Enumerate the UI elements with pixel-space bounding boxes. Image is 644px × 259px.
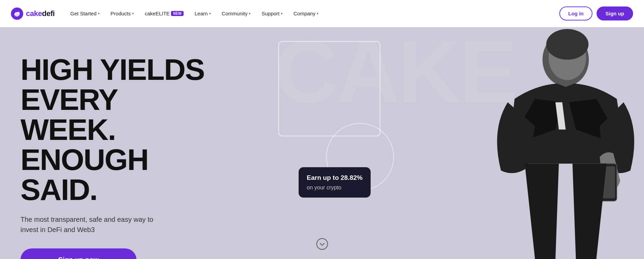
logo-text: cakedefi bbox=[26, 9, 55, 18]
scroll-indicator bbox=[316, 238, 328, 252]
chevron-down-icon: ▾ bbox=[249, 12, 251, 15]
hero-right: CAKE bbox=[258, 27, 644, 259]
new-badge: NEW bbox=[171, 11, 184, 16]
nav-item-cakeelite[interactable]: cakeELITE NEW bbox=[140, 8, 188, 19]
navbar-right: Log in Sign up bbox=[559, 6, 633, 20]
hero-left: HIGH YIELDS EVERY WEEK. ENOUGH SAID. The… bbox=[0, 27, 239, 259]
nav-item-support[interactable]: Support ▾ bbox=[257, 8, 287, 19]
logo-icon bbox=[11, 8, 23, 20]
signup-button[interactable]: Sign up bbox=[597, 6, 633, 20]
logo-link[interactable]: cakedefi bbox=[11, 8, 55, 20]
chevron-down-icon: ▾ bbox=[132, 12, 134, 15]
hero-person-image bbox=[258, 27, 644, 259]
hero-signup-button[interactable]: Sign up now bbox=[20, 248, 137, 259]
nav-item-company[interactable]: Company ▾ bbox=[289, 8, 323, 19]
nav-links: Get Started ▾ Products ▾ cakeELITE NEW L… bbox=[66, 8, 323, 19]
scroll-down-icon bbox=[316, 238, 328, 250]
hero-headline: HIGH YIELDS EVERY WEEK. ENOUGH SAID. bbox=[20, 55, 218, 205]
hero-section: HIGH YIELDS EVERY WEEK. ENOUGH SAID. The… bbox=[0, 27, 644, 259]
svg-point-7 bbox=[317, 239, 328, 249]
chevron-down-icon: ▾ bbox=[98, 12, 100, 15]
svg-point-4 bbox=[546, 29, 588, 60]
navbar-left: cakedefi Get Started ▾ Products ▾ cakeEL… bbox=[11, 8, 323, 20]
chevron-down-icon: ▾ bbox=[209, 12, 211, 15]
nav-item-products[interactable]: Products ▾ bbox=[106, 8, 139, 19]
hero-subtext: The most transparent, safe and easy way … bbox=[20, 214, 164, 235]
nav-item-learn[interactable]: Learn ▾ bbox=[190, 8, 215, 19]
navbar: cakedefi Get Started ▾ Products ▾ cakeEL… bbox=[0, 0, 644, 27]
chevron-down-icon: ▾ bbox=[317, 12, 318, 15]
login-button[interactable]: Log in bbox=[559, 6, 592, 20]
nav-item-get-started[interactable]: Get Started ▾ bbox=[66, 8, 104, 19]
chevron-down-icon: ▾ bbox=[281, 12, 283, 15]
nav-item-community[interactable]: Community ▾ bbox=[217, 8, 256, 19]
earn-badge: Earn up to 28.82% on your crypto bbox=[299, 167, 371, 198]
